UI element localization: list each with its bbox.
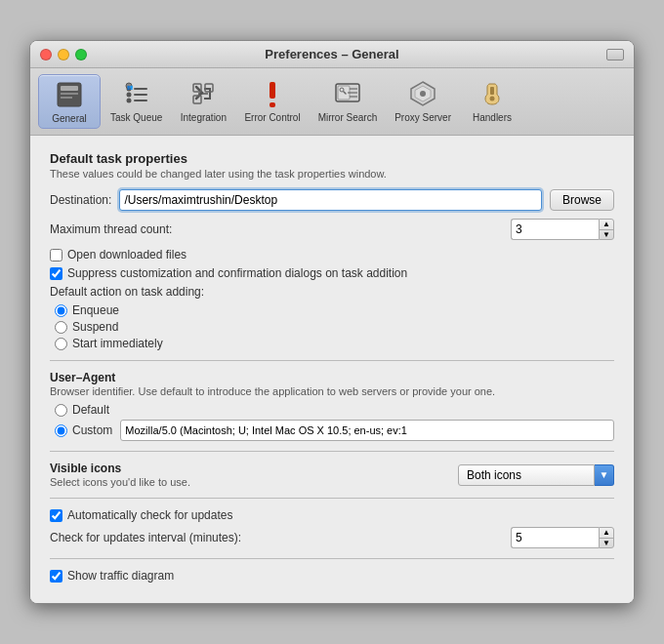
minimize-button[interactable] (58, 49, 69, 60)
svg-rect-27 (490, 87, 494, 95)
visible-icons-select-container: Both icons Toolbar icons only Dock icon … (458, 464, 614, 486)
toolbar-label-general: General (52, 113, 87, 124)
maximize-button[interactable] (75, 49, 87, 60)
radio-ua-default-label: Default (72, 403, 109, 417)
auto-check-label: Automatically check for updates (67, 508, 232, 522)
default-task-section-subtitle: These values could be changed later usin… (50, 168, 614, 180)
svg-point-28 (490, 97, 495, 101)
destination-row: Destination: Browse (50, 189, 614, 211)
open-downloaded-row: Open downloaded files (50, 248, 614, 262)
update-interval-row: Check for updates interval (minutes): ▲ … (50, 527, 614, 548)
thread-count-down[interactable]: ▼ (600, 230, 613, 240)
browse-button[interactable]: Browse (550, 189, 614, 211)
titlebar: Preferences – General (30, 41, 634, 68)
thread-count-stepper: ▲ ▼ (511, 219, 614, 240)
open-downloaded-checkbox[interactable] (50, 249, 62, 262)
divider-4 (50, 558, 614, 559)
proxy-server-icon (407, 78, 438, 109)
auto-check-row: Automatically check for updates (50, 508, 614, 522)
visible-icons-labels: Visible icons Select icons you'd like to… (50, 462, 450, 488)
update-interval-stepper: ▲ ▼ (511, 527, 614, 548)
mirror-search-icon (332, 78, 363, 109)
ua-custom-radio-row: Custom (50, 423, 112, 437)
svg-rect-3 (61, 97, 72, 99)
default-task-section-title: Default task properties (50, 151, 614, 166)
suppress-label: Suppress customization and confirmation … (67, 266, 407, 280)
toolbar-label-proxy-server: Proxy Server (394, 112, 451, 123)
default-action-label: Default action on task adding: (50, 285, 614, 299)
divider-1 (50, 360, 614, 361)
handlers-icon (477, 78, 508, 109)
radio-start[interactable] (55, 338, 67, 350)
toolbar-item-integration[interactable]: Integration (172, 74, 234, 129)
update-interval-input[interactable] (511, 527, 599, 548)
preferences-window: Preferences – General General (29, 40, 635, 604)
update-interval-stepper-buttons: ▲ ▼ (599, 527, 614, 548)
window-title: Preferences – General (265, 47, 398, 61)
radio-suspend-label: Suspend (72, 320, 118, 334)
radio-suspend[interactable] (55, 321, 67, 334)
radio-ua-default[interactable] (55, 404, 67, 417)
svg-text:👥: 👥 (127, 84, 134, 91)
open-downloaded-label: Open downloaded files (67, 248, 187, 262)
select-arrow-icon[interactable]: ▼ (595, 464, 614, 486)
toolbar: General 👥 Task Queue (30, 68, 634, 136)
radio-enqueue[interactable] (55, 304, 67, 317)
radio-suspend-row: Suspend (50, 320, 614, 334)
ua-default-row: Default (50, 403, 614, 417)
svg-rect-2 (61, 93, 78, 95)
traffic-diagram-checkbox[interactable] (50, 570, 62, 583)
content-area: Default task properties These values cou… (30, 136, 634, 603)
thread-count-up[interactable]: ▲ (600, 220, 613, 230)
update-interval-down[interactable]: ▼ (600, 539, 613, 548)
traffic-diagram-row: Show traffic diagram (50, 569, 614, 583)
destination-label: Destination: (50, 193, 111, 207)
radio-start-row: Start immediately (50, 337, 614, 350)
svg-point-5 (126, 93, 131, 98)
radio-enqueue-label: Enqueue (72, 303, 119, 317)
error-control-icon (257, 78, 288, 109)
svg-rect-7 (134, 88, 147, 90)
task-queue-icon: 👥 (121, 78, 152, 109)
divider-3 (50, 498, 614, 499)
toolbar-item-task-queue[interactable]: 👥 Task Queue (103, 74, 170, 129)
radio-ua-custom[interactable] (55, 424, 67, 437)
general-icon (54, 79, 85, 110)
svg-rect-15 (270, 82, 275, 99)
close-button[interactable] (40, 49, 52, 60)
stepper-buttons: ▲ ▼ (599, 219, 614, 240)
ua-custom-input[interactable] (120, 420, 614, 441)
window-resize-button[interactable] (606, 49, 624, 60)
svg-rect-9 (134, 100, 147, 101)
svg-rect-16 (270, 102, 275, 107)
thread-count-label: Maximum thread count: (50, 222, 511, 236)
visible-icons-select[interactable]: Both icons Toolbar icons only Dock icon … (458, 464, 595, 486)
toolbar-label-integration: Integration (181, 112, 227, 123)
ua-custom-row: Custom (50, 420, 614, 441)
divider-2 (50, 451, 614, 452)
svg-point-6 (126, 99, 131, 103)
auto-check-checkbox[interactable] (50, 509, 62, 522)
toolbar-item-general[interactable]: General (38, 74, 101, 129)
visible-icons-row: Visible icons Select icons you'd like to… (50, 462, 614, 488)
toolbar-label-error-control: Error Control (244, 112, 300, 123)
user-agent-title: User–Agent (50, 371, 614, 384)
radio-enqueue-row: Enqueue (50, 303, 614, 317)
toolbar-label-task-queue: Task Queue (110, 112, 162, 123)
thread-count-input[interactable] (511, 219, 599, 240)
traffic-lights (40, 49, 87, 60)
toolbar-item-mirror-search[interactable]: Mirror Search (311, 74, 386, 129)
toolbar-label-handlers: Handlers (473, 112, 512, 123)
toolbar-item-error-control[interactable]: Error Control (236, 74, 308, 129)
radio-start-label: Start immediately (72, 337, 163, 350)
suppress-checkbox[interactable] (50, 267, 62, 280)
destination-input[interactable] (119, 189, 542, 211)
suppress-row: Suppress customization and confirmation … (50, 266, 614, 280)
update-interval-label: Check for updates interval (minutes): (50, 531, 511, 544)
toolbar-item-proxy-server[interactable]: Proxy Server (387, 74, 459, 129)
user-agent-desc: Browser identifier. Use default to intro… (50, 385, 614, 397)
toolbar-item-handlers[interactable]: Handlers (461, 74, 523, 129)
update-interval-up[interactable]: ▲ (600, 528, 613, 539)
svg-rect-1 (61, 86, 78, 91)
thread-count-row: Maximum thread count: ▲ ▼ (50, 219, 614, 240)
